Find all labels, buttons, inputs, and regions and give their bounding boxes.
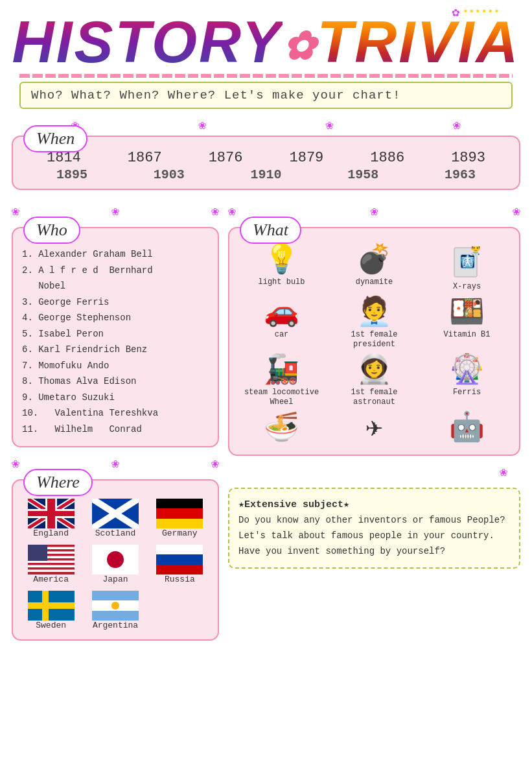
who-label: Who — [23, 217, 80, 244]
flag-scotland-label: Scotland — [95, 528, 135, 538]
female-astronaut-icon: 👩‍🚀 — [356, 357, 392, 385]
car-label: car — [275, 330, 289, 340]
when-section: When 1814 1867 1876 1879 1886 1893 1895 … — [12, 136, 520, 190]
year-1893: 1893 — [451, 150, 485, 166]
flag-russia: Russia — [151, 545, 209, 584]
title-area: ✿ ▪▪▪▪▪▪ HISTORY✿TRIVIA — [0, 0, 532, 71]
who-item-1: 1. Alexander Graham Bell — [22, 246, 209, 263]
who-item-8: 8. Thomas Alva Edison — [22, 373, 209, 390]
airplane-icon: ✈️ — [365, 414, 383, 443]
argentina-flag-svg — [92, 591, 139, 621]
what-locomotive: 🚂 steam locomotive Wheel — [237, 357, 326, 408]
flag-scotland: Scotland — [86, 499, 144, 538]
deco-right-mid: ❀ — [228, 464, 520, 480]
vitaminb1-icon: 🍱 — [449, 299, 485, 327]
flag-sweden-label: Sweden — [36, 621, 66, 630]
svg-rect-38 — [92, 591, 139, 600]
year-1963: 1963 — [445, 167, 476, 182]
xray-icon: 🩻 👨‍⚕️ — [451, 246, 483, 282]
flag-grid: England Scotland — [22, 499, 209, 630]
svg-rect-32 — [156, 545, 203, 554]
who-item-3: 3. George Ferris — [22, 294, 209, 311]
year-1895: 1895 — [56, 167, 87, 182]
vitaminb1-label: Vitamin B1 — [443, 330, 490, 340]
what-section: What 💡 light bulb 💣 dynamite — [228, 227, 520, 456]
extensive-line-2: Let's talk about famous people in your c… — [238, 528, 510, 544]
flag-america: America — [22, 545, 80, 584]
robot-icon: 🤖 — [449, 414, 485, 443]
russia-flag-svg — [156, 545, 203, 574]
who-list: 1. Alexander Graham Bell 2. A l f r e d … — [22, 246, 209, 437]
what-ferris: 🎡 Ferris — [422, 357, 511, 408]
extensive-line-1: Do you know any other inventors or famou… — [238, 513, 510, 528]
what-robot: 🤖 — [422, 414, 511, 445]
title-trivia: TRIVIA — [317, 10, 520, 75]
when-label: When — [23, 125, 87, 152]
what-xrays: 🩻 👨‍⚕️ X-rays — [422, 246, 511, 292]
who-item-10: 10. Valentina Tereshkva — [22, 405, 209, 421]
main-content: ❀ ❀ ❀ ❀ When 1814 1867 1876 1879 1886 18… — [0, 117, 532, 641]
ferris-label: Ferris — [453, 388, 481, 398]
flag-america-label: America — [33, 574, 69, 584]
lightbulb-icon: 💡 — [264, 246, 299, 275]
deco-row-top: ❀ ❀ ❀ ❀ — [12, 117, 520, 133]
extensive-title: ★Extensive subject★ — [238, 497, 510, 514]
noodles-icon: 🍜 — [264, 414, 299, 443]
flag-japan: Japan — [86, 545, 144, 584]
year-1867: 1867 — [128, 150, 162, 166]
flag-argentina: Argentina — [86, 591, 144, 630]
usa-flag-svg — [28, 545, 75, 574]
flag-england-label: England — [33, 528, 69, 538]
england-flag-svg — [28, 499, 75, 528]
years-row-2: 1895 1903 1910 1958 1963 — [23, 167, 509, 182]
svg-rect-13 — [156, 499, 203, 508]
what-car: 🚗 car — [237, 299, 326, 350]
xrays-label: X-rays — [453, 282, 481, 292]
year-1910: 1910 — [250, 167, 281, 182]
what-noodles: 🍜 — [237, 414, 326, 445]
where-section: Where — [12, 479, 219, 641]
svg-rect-33 — [156, 554, 203, 565]
where-label: Where — [23, 469, 93, 496]
svg-rect-14 — [156, 508, 203, 519]
car-icon: 🚗 — [264, 299, 299, 327]
subtitle-banner: Who? What? When? Where? Let's make your … — [19, 82, 513, 109]
svg-rect-40 — [92, 611, 139, 621]
flag-sweden: Sweden — [22, 591, 80, 630]
svg-rect-23 — [28, 561, 75, 563]
who-item-7: 7. Momofuku Ando — [22, 358, 209, 374]
flag-russia-label: Russia — [165, 574, 195, 584]
svg-rect-26 — [28, 567, 75, 570]
what-dynamite: 💣 dynamite — [330, 246, 419, 292]
page-title: HISTORY✿TRIVIA — [12, 10, 520, 75]
who-item-6: 6. Karl Friendrich Benz — [22, 342, 209, 358]
japan-flag-svg — [92, 545, 139, 574]
what-label: What — [240, 217, 301, 244]
what-female-astronaut: 👩‍🚀 1st female astronaut — [330, 357, 419, 408]
who-item-11: 11. Wilhelm Conrad — [22, 421, 209, 438]
svg-point-31 — [107, 551, 124, 568]
what-vitaminb1: 🍱 Vitamin B1 — [422, 299, 511, 350]
who-item-4: 4. George Stephenson — [22, 310, 209, 326]
extensive-section: ★Extensive subject★ Do you know any othe… — [228, 488, 520, 569]
ferris-icon: 🎡 — [449, 357, 485, 385]
dynamite-label: dynamite — [356, 278, 393, 288]
lightbulb-label: light bulb — [258, 278, 305, 288]
what-grid: 💡 light bulb 💣 dynamite 🩻 👨‍⚕️ — [237, 246, 511, 445]
who-item-2: 2. A l f r e d Bernhard Nobel — [22, 263, 209, 294]
title-separator: ✿ — [283, 25, 317, 68]
flag-argentina-label: Argentina — [93, 621, 138, 630]
who-item-9: 9. Umetaro Suzuki — [22, 390, 209, 406]
year-1958: 1958 — [347, 167, 378, 182]
sweden-flag-svg — [28, 591, 75, 621]
year-1903: 1903 — [154, 167, 185, 182]
female-president-icon: 🧑‍💼 — [356, 299, 392, 327]
year-1886: 1886 — [370, 150, 404, 166]
svg-point-41 — [111, 602, 119, 610]
who-section: Who 1. Alexander Graham Bell 2. A l f r … — [12, 227, 219, 447]
year-1876: 1876 — [209, 150, 243, 166]
svg-rect-9 — [28, 511, 75, 516]
year-1879: 1879 — [289, 150, 323, 166]
scotland-flag-svg — [92, 499, 139, 528]
extensive-line-3: Have you invent something by yourself? — [238, 544, 510, 560]
